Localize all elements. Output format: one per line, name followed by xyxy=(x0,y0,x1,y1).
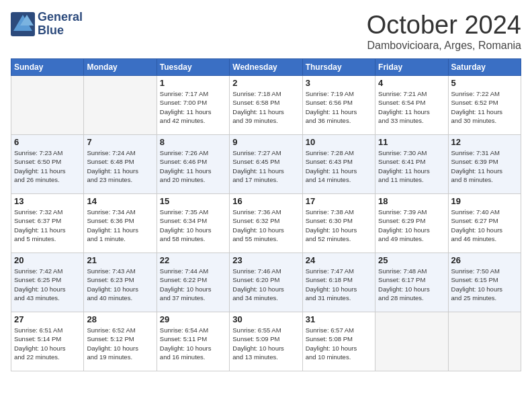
calendar-cell: 10Sunrise: 7:28 AM Sunset: 6:43 PM Dayli… xyxy=(302,135,375,194)
day-number: 12 xyxy=(451,137,518,147)
day-number: 17 xyxy=(306,196,372,206)
calendar-cell xyxy=(375,312,448,371)
day-number: 2 xyxy=(232,78,299,88)
calendar-week-row: 27Sunrise: 6:51 AM Sunset: 5:14 PM Dayli… xyxy=(11,312,521,371)
column-header-friday: Friday xyxy=(375,59,448,76)
calendar-cell: 23Sunrise: 7:46 AM Sunset: 6:20 PM Dayli… xyxy=(230,253,302,312)
day-info: Sunrise: 7:22 AM Sunset: 6:52 PM Dayligh… xyxy=(451,89,518,125)
calendar-cell: 9Sunrise: 7:27 AM Sunset: 6:45 PM Daylig… xyxy=(230,135,302,194)
calendar-week-row: 6Sunrise: 7:23 AM Sunset: 6:50 PM Daylig… xyxy=(11,135,521,194)
day-info: Sunrise: 7:32 AM Sunset: 6:37 PM Dayligh… xyxy=(14,208,81,243)
calendar-cell: 29Sunrise: 6:54 AM Sunset: 5:11 PM Dayli… xyxy=(157,312,229,371)
logo-text: General Blue xyxy=(38,11,83,38)
calendar-cell: 26Sunrise: 7:50 AM Sunset: 6:15 PM Dayli… xyxy=(448,253,521,312)
day-info: Sunrise: 7:30 AM Sunset: 6:41 PM Dayligh… xyxy=(378,148,445,184)
day-number: 26 xyxy=(451,255,518,265)
day-number: 11 xyxy=(378,137,445,147)
day-info: Sunrise: 7:39 AM Sunset: 6:29 PM Dayligh… xyxy=(378,208,445,243)
day-number: 6 xyxy=(14,137,81,147)
day-info: Sunrise: 7:44 AM Sunset: 6:22 PM Dayligh… xyxy=(160,267,226,302)
day-info: Sunrise: 7:42 AM Sunset: 6:25 PM Dayligh… xyxy=(14,267,81,302)
column-header-sunday: Sunday xyxy=(11,59,84,76)
calendar-cell: 11Sunrise: 7:30 AM Sunset: 6:41 PM Dayli… xyxy=(375,135,448,194)
day-info: Sunrise: 7:24 AM Sunset: 6:48 PM Dayligh… xyxy=(87,148,153,184)
day-info: Sunrise: 7:40 AM Sunset: 6:27 PM Dayligh… xyxy=(451,208,518,243)
day-number: 3 xyxy=(306,78,372,88)
day-info: Sunrise: 7:27 AM Sunset: 6:45 PM Dayligh… xyxy=(232,148,299,184)
logo-line2: Blue xyxy=(38,24,83,38)
day-number: 13 xyxy=(14,196,81,206)
day-info: Sunrise: 6:55 AM Sunset: 5:09 PM Dayligh… xyxy=(232,326,299,361)
day-info: Sunrise: 6:51 AM Sunset: 5:14 PM Dayligh… xyxy=(14,326,81,361)
column-header-wednesday: Wednesday xyxy=(230,59,302,76)
calendar-cell: 5Sunrise: 7:22 AM Sunset: 6:52 PM Daylig… xyxy=(448,76,521,135)
calendar-cell: 18Sunrise: 7:39 AM Sunset: 6:29 PM Dayli… xyxy=(375,194,448,253)
day-number: 1 xyxy=(160,78,226,88)
day-info: Sunrise: 6:54 AM Sunset: 5:11 PM Dayligh… xyxy=(160,326,226,361)
day-number: 20 xyxy=(14,255,81,265)
day-info: Sunrise: 7:23 AM Sunset: 6:50 PM Dayligh… xyxy=(14,148,81,184)
day-number: 4 xyxy=(378,78,445,88)
day-info: Sunrise: 7:35 AM Sunset: 6:34 PM Dayligh… xyxy=(160,208,226,243)
calendar-cell: 22Sunrise: 7:44 AM Sunset: 6:22 PM Dayli… xyxy=(157,253,229,312)
logo-icon xyxy=(11,12,35,36)
day-info: Sunrise: 7:50 AM Sunset: 6:15 PM Dayligh… xyxy=(451,267,518,302)
day-info: Sunrise: 7:26 AM Sunset: 6:46 PM Dayligh… xyxy=(160,148,226,184)
day-info: Sunrise: 6:57 AM Sunset: 5:08 PM Dayligh… xyxy=(306,326,372,361)
calendar-cell: 13Sunrise: 7:32 AM Sunset: 6:37 PM Dayli… xyxy=(11,194,84,253)
day-info: Sunrise: 7:17 AM Sunset: 7:00 PM Dayligh… xyxy=(160,89,226,125)
calendar-cell xyxy=(11,76,84,135)
day-info: Sunrise: 7:21 AM Sunset: 6:54 PM Dayligh… xyxy=(378,89,445,125)
day-number: 25 xyxy=(378,255,445,265)
day-info: Sunrise: 7:18 AM Sunset: 6:58 PM Dayligh… xyxy=(232,89,299,125)
day-info: Sunrise: 7:31 AM Sunset: 6:39 PM Dayligh… xyxy=(451,148,518,184)
calendar-week-row: 1Sunrise: 7:17 AM Sunset: 7:00 PM Daylig… xyxy=(11,76,521,135)
column-header-saturday: Saturday xyxy=(448,59,521,76)
calendar-week-row: 20Sunrise: 7:42 AM Sunset: 6:25 PM Dayli… xyxy=(11,253,521,312)
calendar-cell: 2Sunrise: 7:18 AM Sunset: 6:58 PM Daylig… xyxy=(230,76,302,135)
logo-line1: General xyxy=(38,11,83,24)
day-number: 10 xyxy=(306,137,372,147)
calendar-cell: 8Sunrise: 7:26 AM Sunset: 6:46 PM Daylig… xyxy=(157,135,229,194)
day-number: 23 xyxy=(232,255,299,265)
calendar-cell: 15Sunrise: 7:35 AM Sunset: 6:34 PM Dayli… xyxy=(157,194,229,253)
logo: General Blue xyxy=(11,11,83,38)
day-number: 16 xyxy=(232,196,299,206)
day-info: Sunrise: 7:46 AM Sunset: 6:20 PM Dayligh… xyxy=(232,267,299,302)
day-number: 28 xyxy=(87,314,153,324)
calendar-cell: 28Sunrise: 6:52 AM Sunset: 5:12 PM Dayli… xyxy=(84,312,157,371)
calendar-cell: 4Sunrise: 7:21 AM Sunset: 6:54 PM Daylig… xyxy=(375,76,448,135)
column-header-thursday: Thursday xyxy=(302,59,375,76)
day-info: Sunrise: 7:36 AM Sunset: 6:32 PM Dayligh… xyxy=(232,208,299,243)
calendar-header-row: SundayMondayTuesdayWednesdayThursdayFrid… xyxy=(11,59,521,76)
calendar-cell: 1Sunrise: 7:17 AM Sunset: 7:00 PM Daylig… xyxy=(157,76,229,135)
calendar-cell: 27Sunrise: 6:51 AM Sunset: 5:14 PM Dayli… xyxy=(11,312,84,371)
calendar-cell: 3Sunrise: 7:19 AM Sunset: 6:56 PM Daylig… xyxy=(302,76,375,135)
location: Dambovicioara, Arges, Romania xyxy=(367,40,521,52)
day-number: 21 xyxy=(87,255,153,265)
calendar-table: SundayMondayTuesdayWednesdayThursdayFrid… xyxy=(11,58,521,371)
day-number: 30 xyxy=(232,314,299,324)
calendar-cell: 21Sunrise: 7:43 AM Sunset: 6:23 PM Dayli… xyxy=(84,253,157,312)
day-number: 7 xyxy=(87,137,153,147)
day-number: 19 xyxy=(451,196,518,206)
column-header-monday: Monday xyxy=(84,59,157,76)
day-number: 8 xyxy=(160,137,226,147)
day-number: 14 xyxy=(87,196,153,206)
day-info: Sunrise: 7:34 AM Sunset: 6:36 PM Dayligh… xyxy=(87,208,153,243)
day-number: 18 xyxy=(378,196,445,206)
day-info: Sunrise: 6:52 AM Sunset: 5:12 PM Dayligh… xyxy=(87,326,153,361)
day-number: 15 xyxy=(160,196,226,206)
calendar-cell: 16Sunrise: 7:36 AM Sunset: 6:32 PM Dayli… xyxy=(230,194,302,253)
day-number: 27 xyxy=(14,314,81,324)
day-info: Sunrise: 7:48 AM Sunset: 6:17 PM Dayligh… xyxy=(378,267,445,302)
calendar-cell: 20Sunrise: 7:42 AM Sunset: 6:25 PM Dayli… xyxy=(11,253,84,312)
day-number: 22 xyxy=(160,255,226,265)
calendar-cell: 24Sunrise: 7:47 AM Sunset: 6:18 PM Dayli… xyxy=(302,253,375,312)
day-info: Sunrise: 7:43 AM Sunset: 6:23 PM Dayligh… xyxy=(87,267,153,302)
day-number: 24 xyxy=(306,255,372,265)
calendar-cell: 7Sunrise: 7:24 AM Sunset: 6:48 PM Daylig… xyxy=(84,135,157,194)
day-info: Sunrise: 7:28 AM Sunset: 6:43 PM Dayligh… xyxy=(306,148,372,184)
calendar-week-row: 13Sunrise: 7:32 AM Sunset: 6:37 PM Dayli… xyxy=(11,194,521,253)
day-info: Sunrise: 7:38 AM Sunset: 6:30 PM Dayligh… xyxy=(306,208,372,243)
